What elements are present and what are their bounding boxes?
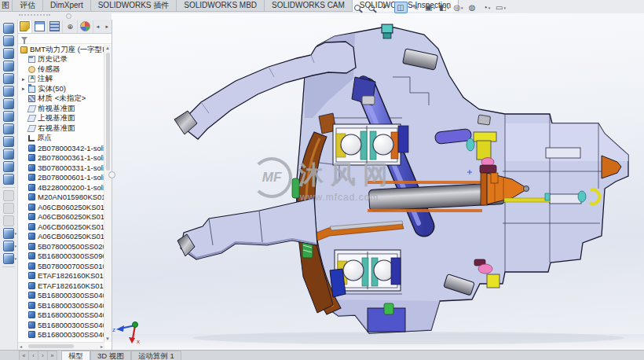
tab-displaymanager[interactable]: [78, 20, 93, 33]
tree-item[interactable]: 2B078000601-1-solid: [17, 173, 104, 183]
tree-item[interactable]: 前视基准面: [17, 104, 104, 114]
tab-propertymanager[interactable]: [32, 20, 47, 33]
section-view-icon[interactable]: ◫: [394, 2, 408, 13]
side-tool-icon[interactable]: [2, 35, 16, 47]
zoom-area-icon[interactable]: [366, 2, 378, 13]
tree-vertical-scrollbar[interactable]: ▲ ▼: [104, 45, 112, 342]
tree-item[interactable]: 5B168000300SS040-1: [17, 310, 104, 321]
commandmanager-drag-handle[interactable]: [19, 14, 50, 16]
side-tool-icon[interactable]: [2, 22, 16, 35]
tree-item[interactable]: 历史记录: [17, 55, 104, 65]
tree-item[interactable]: 材质 <未指定>: [17, 94, 104, 105]
toolbar-separator[interactable]: [2, 265, 16, 269]
scroll-up-icon[interactable]: ▲: [105, 46, 110, 50]
tab-pane-back[interactable]: ◂: [93, 20, 103, 33]
watermark-site-name: 沐风网: [298, 157, 395, 192]
apply-scene-icon[interactable]: ◔▾: [481, 2, 492, 13]
side-tool-icon-disabled[interactable]: [2, 215, 16, 227]
tree-item[interactable]: ETAF1826160KS010-1: [17, 281, 104, 291]
ribbon-tab[interactable]: 图: [0, 0, 13, 12]
hide-show-items-icon[interactable]: ◎▾: [452, 2, 464, 13]
side-tool-icon[interactable]: ▾: [2, 240, 16, 252]
side-tool-icon-disabled[interactable]: [2, 189, 16, 202]
tree-item[interactable]: 4B228000200-1-solid: [17, 182, 104, 193]
tree-item[interactable]: 5B168000300SS090-1: [17, 252, 104, 262]
tree-item[interactable]: 5B168000300SS040-1: [17, 330, 104, 340]
tab-featuremanager-design-tree[interactable]: [17, 20, 32, 33]
panel-splitter-handle[interactable]: [108, 171, 115, 178]
model-shadow: [192, 332, 624, 344]
tree-item[interactable]: 上视基准面: [17, 114, 104, 124]
tab-dimxpertmanager[interactable]: ⊕: [63, 20, 78, 33]
scrollbar-thumb[interactable]: [28, 344, 74, 348]
document-tab[interactable]: 运动算例 1: [131, 351, 181, 360]
side-tool-icon[interactable]: [2, 148, 16, 160]
tree-item[interactable]: A06CB060250KS010-6: [17, 212, 104, 222]
commandmanager-pin-icon[interactable]: [66, 13, 71, 19]
tree-item[interactable]: 5B078000500SS020-1: [17, 241, 104, 252]
tab-scroll-button[interactable]: »: [47, 351, 57, 360]
document-tab[interactable]: 3D 视图: [90, 351, 131, 360]
side-tool-icon[interactable]: ▾: [2, 227, 16, 240]
view-orientation-icon[interactable]: ▣▾: [424, 2, 436, 13]
graphics-viewport[interactable]: z x MF 沐风网 www.mfcad.com: [112, 13, 644, 350]
tree-item[interactable]: 传感器: [17, 64, 104, 75]
ribbon-tab[interactable]: 评估: [13, 0, 43, 12]
tab-pane-forward[interactable]: ▸: [102, 20, 112, 33]
display-style-icon[interactable]: ◧▾: [438, 2, 450, 13]
expand-arrow-icon[interactable]: ▸: [22, 86, 28, 92]
tree-item[interactable]: A06CB060250KS010-5: [17, 202, 104, 212]
tree-item[interactable]: 5B168000300SS040-1: [17, 320, 104, 330]
tree-item-label: 5B078000500SS020-1: [38, 242, 104, 251]
ribbon-tab[interactable]: SOLIDWORKS MBD: [177, 0, 265, 12]
ribbon-tab[interactable]: SOLIDWORKS CAM: [265, 0, 353, 12]
tree-item[interactable]: A06CB060250KS010-8: [17, 232, 104, 242]
view-settings-icon[interactable]: ▭▾: [495, 2, 507, 13]
side-tool-icon[interactable]: [2, 160, 16, 173]
side-tool-icon[interactable]: [2, 110, 16, 123]
tree-item[interactable]: 2B078000342-1-solid: [17, 143, 104, 153]
tool-glyph-icon: [3, 215, 14, 226]
tree-item[interactable]: M20AN015980KS010: [17, 193, 104, 203]
side-tool-icon[interactable]: [2, 173, 16, 186]
ribbon-tab[interactable]: SOLIDWORKS 插件: [91, 0, 177, 12]
side-tool-icon[interactable]: [2, 72, 16, 85]
tab-configurationmanager[interactable]: [48, 20, 63, 33]
side-tool-icon[interactable]: [2, 85, 16, 97]
edit-appearance-icon[interactable]: ◍: [467, 2, 478, 13]
previous-view-icon[interactable]: ↶: [380, 2, 392, 13]
tree-root-item[interactable]: BMT动力刀座 (一字型II): [17, 45, 104, 55]
side-tool-icon[interactable]: [2, 135, 16, 148]
tree-item[interactable]: 5B168000300SS040-1: [17, 291, 104, 301]
scrollbar-thumb[interactable]: [106, 53, 110, 171]
tree-item[interactable]: A06CB060250KS010-7: [17, 222, 104, 232]
tree-item[interactable]: 2B078000361-1-solid: [17, 153, 104, 163]
side-tool-icon[interactable]: [2, 97, 16, 110]
tree-item[interactable]: 5B078000700SS010-1: [17, 261, 104, 271]
tree-item-label: 5B168000300SS090-1: [38, 252, 104, 260]
side-tool-icon[interactable]: [2, 60, 16, 72]
tree-item-icon: [28, 302, 35, 309]
tree-filter-bar[interactable]: [17, 34, 112, 44]
document-tab[interactable]: 模型: [61, 351, 90, 360]
tree-item[interactable]: ETAF1826160KS010-1: [17, 271, 104, 281]
expand-arrow-icon[interactable]: ▸: [22, 76, 28, 83]
tree-item[interactable]: 右视基准面: [17, 123, 104, 134]
ribbon-tab[interactable]: DimXpert: [43, 0, 91, 12]
tree-item[interactable]: 3B078000331-1-solid: [17, 163, 104, 173]
side-tool-icon[interactable]: [2, 123, 16, 135]
zoom-fit-icon[interactable]: [352, 2, 364, 13]
scroll-down-icon[interactable]: ▼: [105, 336, 110, 341]
tree-horizontal-scrollbar[interactable]: ◂ ▸: [18, 342, 104, 350]
side-tool-icon-disabled[interactable]: [2, 202, 16, 215]
tool-holder-assembly[interactable]: [174, 24, 628, 333]
side-tool-icon[interactable]: ▾: [2, 252, 16, 265]
tree-item[interactable]: ▸ 实体(50): [17, 84, 104, 94]
annotation-view-icon[interactable]: ✎: [410, 2, 422, 13]
tree-item[interactable]: 原点: [17, 134, 104, 144]
side-tool-icon[interactable]: [2, 47, 16, 60]
tree-item[interactable]: ▸ 注解: [17, 75, 104, 85]
scroll-left-icon[interactable]: ◂: [20, 343, 22, 349]
tree-item[interactable]: 5B168000300SS040-1: [17, 300, 104, 310]
scroll-right-icon[interactable]: ▸: [101, 343, 103, 349]
